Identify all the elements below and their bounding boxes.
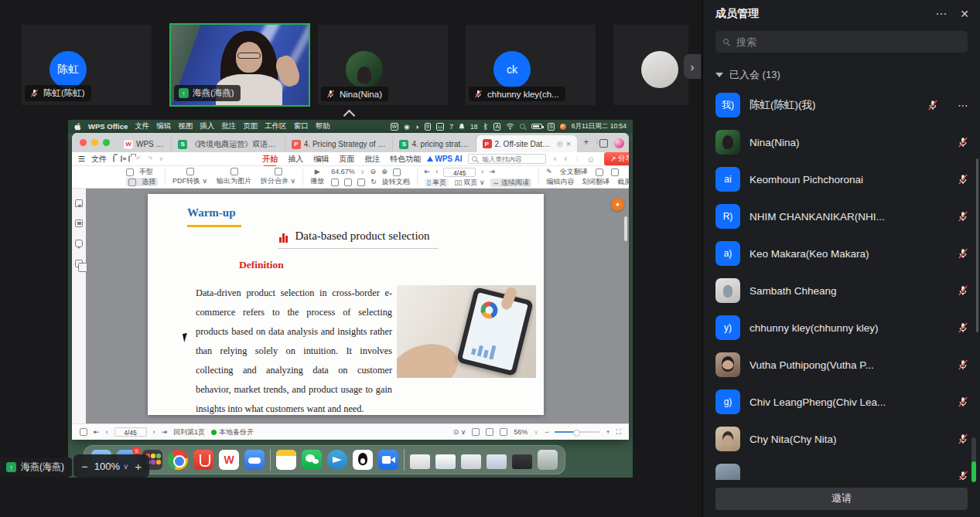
wps-tray-icon[interactable]: W	[391, 123, 399, 131]
view-mode-icon[interactable]	[500, 428, 507, 436]
dock-app-icon[interactable]	[487, 454, 507, 469]
member-search-box[interactable]	[715, 31, 968, 53]
layout-icon[interactable]	[357, 179, 365, 186]
dock-app-icon[interactable]	[378, 450, 398, 470]
zoom-in-icon[interactable]: ⊕	[381, 168, 388, 176]
video-tile-nina[interactable]: Nina(Nina)	[318, 25, 448, 105]
panel-scroll-indicator[interactable]	[971, 437, 976, 482]
next-page-icon[interactable]: ›	[153, 428, 155, 436]
wps-ai-button[interactable]: WPS AI	[427, 155, 462, 163]
dock-app-icon[interactable]	[512, 454, 532, 469]
member-row[interactable]: Vutha Puthipong(Vutha P...	[703, 346, 980, 383]
ribbon-menu-item[interactable]: 特色功能	[390, 152, 421, 166]
battery-badge[interactable]: 9	[425, 123, 431, 131]
wps-document-tab[interactable]: 《跨境电商运营》双语课程安排6:	[172, 136, 285, 152]
view-mode-icon[interactable]	[472, 428, 480, 436]
mic-muted-icon[interactable]	[957, 247, 969, 260]
member-search-input[interactable]	[735, 36, 936, 49]
dock-app-icon[interactable]	[435, 454, 456, 469]
tab-close-icon[interactable]: ×	[566, 140, 571, 148]
wps-document-tab[interactable]: WPS Office	[118, 136, 172, 152]
video-tile-partial[interactable]	[613, 25, 688, 105]
dock-app-icon[interactable]	[276, 450, 296, 470]
audio-tray-badge[interactable]: 7	[449, 123, 453, 131]
member-row[interactable]: a) Keo Makara(Keo Makara)	[703, 235, 980, 272]
floating-tool-button[interactable]: ✦	[611, 198, 624, 211]
dock-app-icon[interactable]	[219, 450, 239, 470]
mic-muted-icon[interactable]	[957, 470, 969, 480]
zoom-level-dropdown[interactable]: 100%∨	[94, 461, 129, 472]
bookmarks-icon[interactable]	[75, 199, 83, 207]
attachments-icon[interactable]	[75, 260, 83, 267]
clock-tray-icon[interactable]: ◑	[415, 123, 419, 131]
share-document-button[interactable]: ↗分享	[604, 152, 629, 165]
document-search-box[interactable]	[468, 154, 546, 164]
double-page-button[interactable]: ▯▯ 双页 ∨	[454, 179, 485, 187]
mic-muted-icon[interactable]	[957, 210, 969, 223]
open-file-icon[interactable]	[113, 155, 114, 162]
dock-app-icon[interactable]	[244, 450, 265, 470]
screenshot-icon[interactable]	[596, 168, 603, 176]
member-row[interactable]: y) chhunny kley(chhunny kley)	[703, 309, 980, 346]
collapse-strip-chevron-up-icon[interactable]	[343, 110, 356, 117]
mic-muted-icon[interactable]	[957, 284, 969, 297]
edit-content-icon[interactable]: ✎	[546, 168, 552, 176]
menubar-menu[interactable]: 批注	[221, 121, 236, 131]
invite-button[interactable]: 邀请	[715, 488, 968, 510]
joined-section-header[interactable]: 已入会 (13)	[715, 68, 968, 82]
zoom-window-button[interactable]	[103, 139, 110, 146]
fit-page-icon[interactable]	[393, 168, 401, 176]
input-source-icon[interactable]: A	[493, 123, 500, 131]
settings-gear-icon[interactable]: ⊙ ∨	[453, 428, 466, 436]
display-tray-icon[interactable]: ▭	[436, 123, 445, 131]
thumbnails-icon[interactable]	[75, 219, 83, 227]
bell-icon[interactable]	[459, 123, 465, 131]
mic-muted-icon[interactable]	[927, 99, 939, 111]
member-row[interactable]: Nina(Nina)	[703, 124, 980, 161]
dock-app-icon[interactable]	[270, 449, 271, 471]
panel-close-button[interactable]: ✕	[960, 8, 969, 20]
menubar-menu[interactable]: 帮助	[316, 121, 330, 131]
ribbon-menu-item[interactable]: 插入	[288, 152, 303, 166]
menubar-menu[interactable]: 视图	[178, 121, 193, 131]
dock-app-icon[interactable]	[327, 450, 347, 470]
menubar-menu[interactable]: 工作区	[265, 121, 287, 131]
dock-app-icon[interactable]	[404, 449, 405, 471]
next-page-icon[interactable]: ›	[481, 168, 483, 176]
dock-app-icon[interactable]	[410, 454, 430, 469]
pdf-convert-button[interactable]: PDF转换 ∨	[172, 168, 207, 186]
member-row[interactable]: g) Chiv LeangPheng(Chiv Lea...	[703, 383, 980, 420]
redo-icon[interactable]: ↷	[148, 155, 153, 162]
compress-icon[interactable]	[611, 168, 619, 176]
member-more-button[interactable]: ⋯	[958, 99, 969, 111]
member-row[interactable]: ai Keomhoun Pichchoronai	[703, 161, 980, 198]
play-button[interactable]: ▶播放	[310, 168, 324, 186]
bluetooth-icon[interactable]	[483, 123, 488, 131]
mic-muted-icon[interactable]	[957, 173, 969, 185]
feedback-smiley-icon[interactable]: ☺	[586, 155, 595, 164]
edit-content-button[interactable]: 编辑内容	[546, 178, 574, 186]
ribbon-menu-item[interactable]: 编辑	[313, 152, 329, 166]
menubar-menu[interactable]: 编辑	[156, 121, 171, 131]
member-row[interactable]: Sambath Chheang	[703, 272, 980, 309]
layout-icon[interactable]	[344, 179, 352, 186]
ribbon-menu-item[interactable]: 页面	[339, 152, 354, 166]
file-menu[interactable]: 文件	[91, 154, 107, 165]
continuous-read-button[interactable]: ↔ 连续阅读	[490, 179, 532, 187]
minimize-window-button[interactable]	[91, 139, 98, 146]
hand-tool-button[interactable]: 手型	[126, 168, 153, 176]
dock-app-icon[interactable]	[538, 450, 558, 470]
back-to-first-page-button[interactable]: 回到第1页	[173, 427, 205, 437]
statusbar-zoom-level[interactable]: 56%	[514, 428, 528, 436]
first-page-icon[interactable]: ⇤	[94, 428, 100, 436]
view-mode-icon[interactable]	[486, 428, 493, 436]
kebab-menu-icon[interactable]: ⋮	[574, 155, 580, 162]
zoom-out-button[interactable]: −	[545, 428, 548, 436]
video-tile-chenhong[interactable]: 陈虹 陈虹(陈虹)	[22, 25, 152, 105]
switch-control-icon[interactable]: S	[548, 123, 555, 131]
wps-document-tab[interactable]: 4. pricing strategy.xlsx	[393, 136, 476, 152]
search-next-icon[interactable]: ∨	[563, 155, 568, 162]
tab-pin-icon[interactable]: ◎	[557, 140, 563, 148]
print-icon[interactable]	[128, 155, 130, 162]
zoom-in-button[interactable]: +	[606, 428, 610, 436]
